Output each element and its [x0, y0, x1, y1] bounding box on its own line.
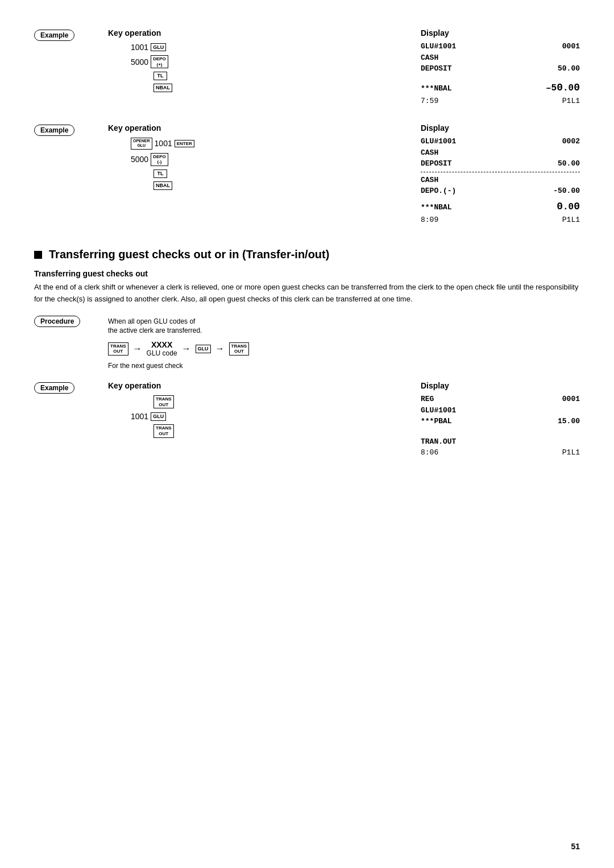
- procedure-flow: TRANSOUT → XXXX GLU code → GLU → TRANSOU…: [108, 340, 580, 357]
- example2-glu: GLU#1001: [421, 136, 456, 147]
- example1-section: Example Key operation 1001 GLU 5000 DEPO…: [34, 28, 580, 106]
- example3-reg: REG: [421, 394, 434, 405]
- example3-display-header: Display: [421, 381, 580, 390]
- nbal-key: NBAL: [154, 84, 172, 92]
- example3-time: 8:06: [421, 447, 438, 458]
- key-row-1001-glu: 1001 GLU: [131, 43, 166, 52]
- example3-seq: 0001: [562, 394, 580, 405]
- example2-deposit-row: DEPOSIT 50.00: [421, 158, 580, 170]
- example2-time: 8:09: [421, 214, 438, 226]
- example2-page: P1L1: [562, 214, 580, 226]
- example1-display-header: Display: [421, 28, 580, 38]
- key-row-tl2: TL: [131, 170, 167, 178]
- flow-arrow2: →: [182, 344, 191, 354]
- key-row-5000-depo: 5000 DEPO(+): [131, 55, 168, 68]
- example1-deposit-row: DEPOSIT 50.00: [421, 63, 580, 75]
- example1-glu: GLU#1001: [421, 41, 456, 52]
- example1-page: P1L1: [562, 96, 580, 107]
- trans-out-key2: TRANSOUT: [229, 342, 250, 356]
- example2-display-row1: GLU#1001 0002: [421, 136, 580, 147]
- page-number: 51: [571, 842, 580, 851]
- example2-key-ops: OPENERGLU 1001 ENTER 5000 DEPO(-) TL NBA…: [108, 136, 409, 192]
- example2-nbal-row: ***NBAL 0.00: [421, 199, 580, 214]
- procedure-diagram: When all open GLU codes of the active cl…: [108, 315, 580, 370]
- example1-cash: CASH: [421, 52, 580, 64]
- example3-tran-out: TRAN.OUT: [421, 436, 580, 448]
- example2-nbal-value: 0.00: [557, 199, 580, 214]
- example3-pbal-row: ***PBAL 15.00: [421, 416, 580, 427]
- key-row-trans-out-bottom: TRANSOUT: [131, 424, 174, 437]
- transfer-section-heading: Transferring guest checks out or in (Tra…: [34, 248, 580, 261]
- flow-arrow1: →: [133, 344, 142, 354]
- example3-glu1001: GLU#1001: [421, 405, 580, 416]
- example1-time-row: 7:59 P1L1: [421, 96, 580, 107]
- example2-time-row: 8:09 P1L1: [421, 214, 580, 226]
- example3-badge-col: Example: [34, 381, 108, 394]
- key-number-1001c: 1001: [131, 412, 148, 421]
- example1-deposit-label: DEPOSIT: [421, 63, 452, 75]
- key-number-1001b: 1001: [155, 139, 172, 148]
- example3-page: P1L1: [562, 447, 580, 458]
- procedure-badge-col: Procedure: [34, 315, 108, 327]
- example2-depo-minus-value: -50.00: [553, 185, 580, 197]
- example3-key-ops: TRANSOUT 1001 GLU TRANSOUT: [108, 394, 409, 439]
- glu-code-label: GLU code: [147, 349, 177, 357]
- heading-square-icon: [34, 251, 42, 259]
- example3-key-op-header: Key operation: [108, 381, 409, 390]
- example2-key-op-header: Key operation: [108, 123, 409, 133]
- example3-time-row: 8:06 P1L1: [421, 447, 580, 458]
- transfer-body: At the end of a clerk shift or whenever …: [34, 282, 580, 305]
- procedure-section: Procedure When all open GLU codes of the…: [34, 315, 580, 370]
- example2-depo-minus-label: DEPO.(-): [421, 185, 456, 197]
- trans-out-key1: TRANSOUT: [108, 342, 128, 356]
- tl-key: TL: [154, 72, 167, 80]
- glu-key-ex3: GLU: [151, 412, 166, 421]
- example1-deposit-value: 50.00: [558, 63, 580, 75]
- example2-badge: Example: [34, 125, 74, 136]
- example2-badge-col: Example: [34, 123, 108, 136]
- tl-key2: TL: [154, 170, 167, 178]
- example3-display-row1: REG 0001: [421, 394, 580, 405]
- transfer-subsection: Transferring guest checks out: [34, 269, 580, 278]
- example2-display-header: Display: [421, 123, 580, 133]
- example3-badge: Example: [34, 382, 74, 394]
- nbal-key2: NBAL: [154, 181, 172, 190]
- example2-deposit-value: 50.00: [558, 158, 580, 170]
- procedure-bottom-note: For the next guest check: [108, 362, 580, 370]
- example1-display-row1: GLU#1001 0001: [421, 41, 580, 52]
- glu-key-1: GLU: [151, 43, 166, 52]
- trans-out-key-top: TRANSOUT: [154, 395, 174, 408]
- example3-section: Example Key operation TRANSOUT 1001 GLU …: [34, 381, 580, 458]
- example1-nbal-label: ***NBAL: [421, 83, 452, 94]
- procedure-badge: Procedure: [34, 316, 80, 327]
- example2-cash1: CASH: [421, 147, 580, 159]
- transfer-heading-text: Transferring guest checks out or in (Tra…: [49, 248, 329, 261]
- xxxx-label: XXXX: [151, 340, 172, 349]
- key-row-opener-1001: OPENERGLU 1001 ENTER: [131, 138, 194, 150]
- example2-seq: 0002: [562, 136, 580, 147]
- key-row-nbal2: NBAL: [131, 181, 172, 190]
- example3-display: REG 0001 GLU#1001 ***PBAL 15.00 TRAN.OUT…: [421, 394, 580, 458]
- example2-section: Example Key operation OPENERGLU 1001 ENT…: [34, 123, 580, 225]
- key-row-nbal: NBAL: [131, 84, 172, 92]
- example3-pbal-label: ***PBAL: [421, 416, 452, 427]
- example2-nbal-label: ***NBAL: [421, 202, 452, 213]
- example2-depo-minus-row: DEPO.(-) -50.00: [421, 185, 580, 197]
- key-row-trans-out-top: TRANSOUT: [131, 395, 174, 408]
- example1-nbal-value: –50.00: [546, 80, 580, 96]
- example2-display: GLU#1001 0002 CASH DEPOSIT 50.00 CASH DE…: [421, 136, 580, 225]
- key-row-5000-depo-minus: 5000 DEPO(-): [131, 153, 168, 166]
- procedure-note: When all open GLU codes of the active cl…: [108, 317, 580, 336]
- trans-out-key-bottom: TRANSOUT: [154, 424, 174, 437]
- example1-key-op-header: Key operation: [108, 28, 409, 38]
- key-row-1001-glu-ex3: 1001 GLU: [131, 412, 166, 421]
- opener-glu-key: OPENERGLU: [131, 138, 152, 150]
- example1-seq: 0001: [562, 41, 580, 52]
- key-number-5000b: 5000: [131, 155, 148, 164]
- example1-display: GLU#1001 0001 CASH DEPOSIT 50.00 ***NBAL…: [421, 41, 580, 106]
- example2-deposit-label: DEPOSIT: [421, 158, 452, 170]
- example2-cash2: CASH: [421, 175, 580, 186]
- depo-minus-key: DEPO(-): [151, 153, 168, 166]
- key-number-5000: 5000: [131, 57, 148, 67]
- flow-group-xxxx: XXXX GLU code: [147, 340, 177, 357]
